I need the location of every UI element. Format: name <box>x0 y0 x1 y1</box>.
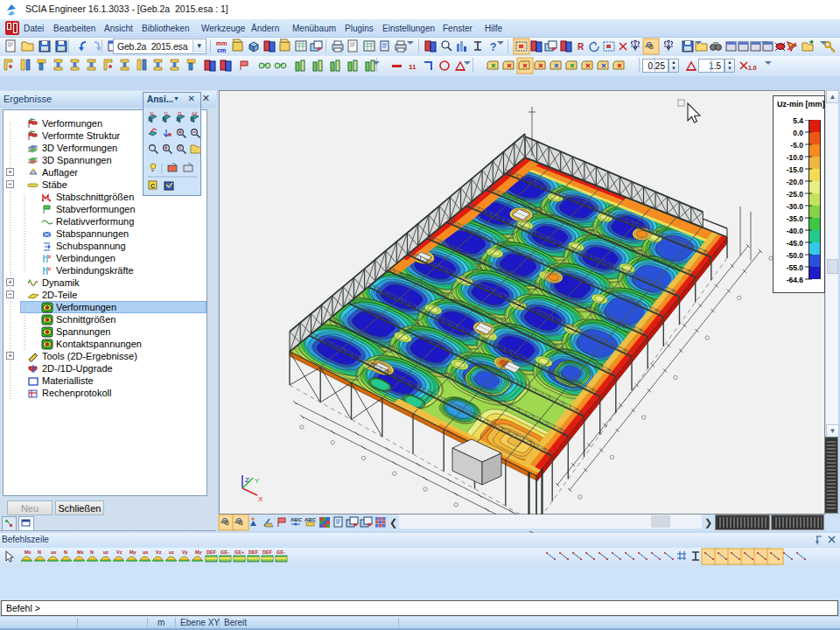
svg-text:Z: Z <box>245 476 249 484</box>
svg-text:uz: uz <box>169 550 174 555</box>
svg-text:Mx: Mx <box>24 550 32 555</box>
svg-text:DEF: DEF <box>262 550 273 555</box>
svg-text:DEF: DEF <box>206 550 217 555</box>
svg-text:❮: ❮ <box>389 517 397 528</box>
svg-text:Vz: Vz <box>156 550 162 555</box>
svg-text:R: R <box>178 145 182 150</box>
svg-text:YL: YL <box>164 111 169 116</box>
svg-text:❯: ❯ <box>704 517 712 528</box>
svg-text:ZL: ZL <box>178 111 183 116</box>
svg-text:Y: Y <box>255 477 260 485</box>
svg-text:GE+: GE+ <box>234 550 244 555</box>
svg-text:N: N <box>38 550 41 555</box>
svg-text:AX: AX <box>192 111 198 116</box>
svg-text:My: My <box>130 550 137 555</box>
svg-text:GE-: GE- <box>220 550 229 555</box>
svg-text:uz: uz <box>103 550 108 555</box>
svg-text:ABC: ABC <box>304 517 317 522</box>
svg-text:Mx: Mx <box>77 550 85 555</box>
svg-text:My: My <box>195 550 203 555</box>
svg-text:ux: ux <box>51 550 57 555</box>
svg-text:ABC: ABC <box>290 517 303 522</box>
svg-text:X: X <box>258 495 263 503</box>
svg-text:N: N <box>64 550 67 555</box>
svg-text:Vz: Vz <box>116 550 122 555</box>
svg-text:XL: XL <box>150 111 155 116</box>
svg-text:GE-: GE- <box>276 550 285 555</box>
svg-text:Vy: Vy <box>182 550 188 555</box>
svg-text:C: C <box>150 183 155 189</box>
svg-text:ux: ux <box>143 550 149 555</box>
svg-text:N: N <box>90 550 94 555</box>
svg-text:DEF: DEF <box>248 550 259 555</box>
